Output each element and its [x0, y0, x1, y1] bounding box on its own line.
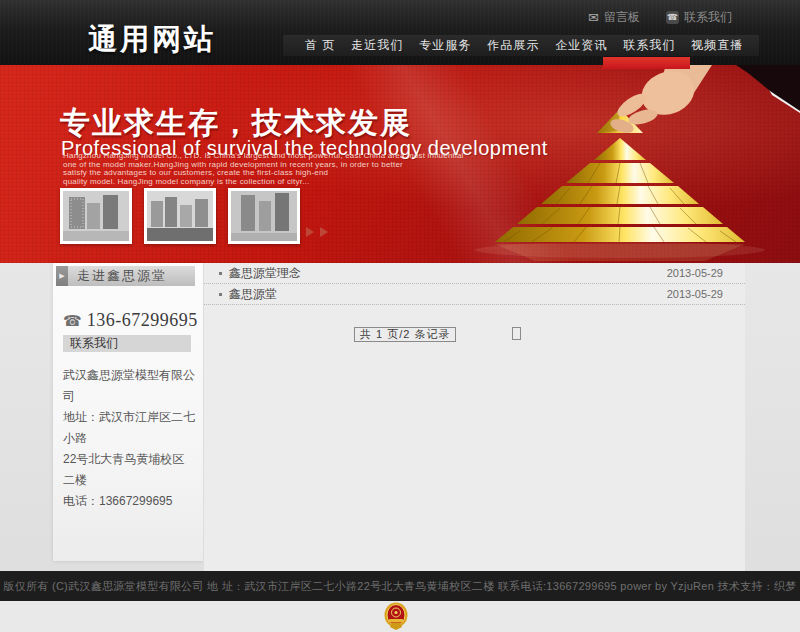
- arrow-right-icon: ▶: [56, 266, 68, 286]
- carousel-arrows: [306, 227, 328, 237]
- news-link[interactable]: 鑫思源堂理念: [229, 265, 301, 282]
- sidebar-title: 走进鑫思源堂: [68, 267, 167, 285]
- top-utility-links: ✉ 留言板 ☎ 联系我们: [588, 9, 732, 26]
- model-thumbnail-1[interactable]: [60, 188, 132, 244]
- nav-item-news[interactable]: 企业资讯: [547, 35, 615, 56]
- sidebar-company-info: 武汉鑫思源堂模型有限公司 地址：武汉市江岸区二七小路 22号北大青鸟黄埔校区二楼…: [63, 365, 195, 512]
- model-thumbnail-2[interactable]: [144, 188, 216, 244]
- nav-item-home[interactable]: 首 页: [297, 35, 343, 56]
- nav-item-about[interactable]: 走近我们: [343, 35, 411, 56]
- sidebar: ▶ 走进鑫思源堂 ☎ 136-67299695 联系我们 武汉鑫思源堂模型有限公…: [53, 263, 203, 561]
- hero-banner: 专业求生存，技术求发展 Professional of survival the…: [0, 65, 800, 263]
- main-nav: 首 页 走近我们 专业服务 作品展示 企业资讯 联系我们 视频直播: [283, 35, 759, 56]
- nav-item-services[interactable]: 专业服务: [411, 35, 479, 56]
- phone-icon: ☎: [666, 11, 679, 24]
- company-address-line1: 地址：武汉市江岸区二七小路: [63, 407, 195, 449]
- nav-item-works[interactable]: 作品展示: [479, 35, 547, 56]
- site-logo: 通用网站: [88, 20, 216, 60]
- credential-badge-icon[interactable]: [384, 602, 408, 631]
- bullet-icon: [219, 272, 222, 275]
- banner-paragraph-line: quality model. HangJing model company is…: [63, 178, 464, 187]
- sidebar-phone-row: ☎ 136-67299695: [63, 310, 203, 331]
- company-phone: 电话：13667299695: [63, 491, 195, 512]
- sidebar-phone-number: 136-67299695: [87, 310, 198, 331]
- sidebar-contact-label: 联系我们: [63, 335, 191, 352]
- news-date: 2013-05-29: [667, 288, 723, 300]
- guestbook-link[interactable]: ✉ 留言板: [588, 9, 640, 26]
- nav-item-video[interactable]: 视频直播: [683, 35, 751, 56]
- mail-icon: ✉: [588, 11, 599, 24]
- pagination-summary: 共 1 页/2 条记录: [354, 327, 456, 342]
- building-model-image: [63, 191, 129, 241]
- missing-glyph-box: [512, 327, 521, 340]
- nav-item-contact[interactable]: 联系我们: [615, 35, 683, 56]
- building-model-image: [147, 191, 213, 241]
- building-model-image: [231, 191, 297, 241]
- company-address-line2: 22号北大青鸟黄埔校区二楼: [63, 449, 195, 491]
- model-thumbnail-3[interactable]: [228, 188, 300, 244]
- company-name: 武汉鑫思源堂模型有限公司: [63, 365, 195, 407]
- news-row: 鑫思源堂理念 2013-05-29: [204, 263, 745, 284]
- gold-pyramid-graphic: [470, 65, 800, 263]
- news-row: 鑫思源堂 2013-05-29: [204, 284, 745, 305]
- contact-link[interactable]: ☎ 联系我们: [666, 9, 732, 26]
- sidebar-title-bar: ▶ 走进鑫思源堂: [56, 266, 195, 286]
- footer-bar: 版仅所有 (C)武汉鑫思源堂模型有限公司 地 址：武汉市江岸区二七小路22号北大…: [0, 571, 800, 601]
- news-date: 2013-05-29: [667, 267, 723, 279]
- guestbook-link-label: 留言板: [604, 9, 640, 26]
- top-header: 通用网站 ✉ 留言板 ☎ 联系我们 首 页 走近我们 专业服务 作品展示 企业资…: [0, 0, 800, 65]
- telephone-icon: ☎: [63, 312, 82, 330]
- bullet-icon: [219, 293, 222, 296]
- banner-thumbnails: [60, 188, 300, 244]
- pagination-row: 共 1 页/2 条记录: [204, 327, 745, 343]
- carousel-arrow-icon[interactable]: [320, 227, 328, 237]
- carousel-arrow-icon[interactable]: [306, 227, 314, 237]
- contact-link-label: 联系我们: [684, 9, 732, 26]
- nav-dropdown-partial[interactable]: [603, 57, 690, 69]
- main-content: 鑫思源堂理念 2013-05-29 鑫思源堂 2013-05-29 共 1 页/…: [203, 263, 745, 571]
- hand-graphic: [609, 65, 712, 135]
- banner-paragraph: Hangzhou HangJing model Co., LTD. Is Chi…: [63, 152, 464, 186]
- news-link[interactable]: 鑫思源堂: [229, 286, 277, 303]
- page: 通用网站 ✉ 留言板 ☎ 联系我们 首 页 走近我们 专业服务 作品展示 企业资…: [0, 0, 800, 632]
